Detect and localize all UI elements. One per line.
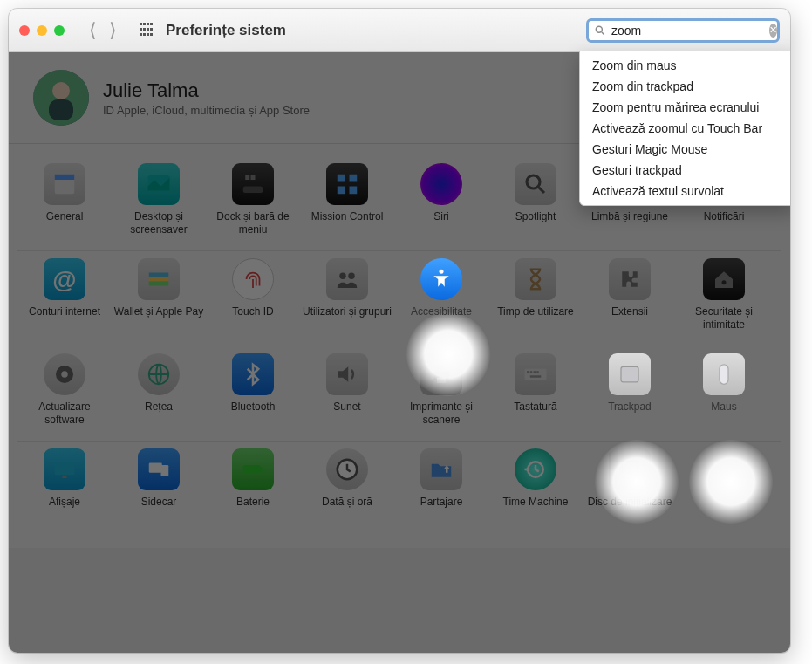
svg-rect-31	[437, 366, 446, 371]
suggestion-item[interactable]: Activează textul survolat	[580, 181, 790, 202]
svg-rect-35	[530, 371, 533, 373]
pref-sharing[interactable]: Partajare	[394, 448, 488, 522]
system-preferences-window: ⟨ ⟩ Preferințe sistem ✕ Zoom din maus Zo…	[9, 9, 790, 653]
pref-extensions[interactable]: Extensii	[583, 258, 677, 332]
window-title: Preferințe sistem	[166, 22, 286, 39]
pref-touch-id[interactable]: Touch ID	[206, 258, 300, 332]
globe-icon	[138, 353, 180, 395]
pref-sidecar[interactable]: Sidecar	[112, 448, 206, 522]
mouse-icon	[703, 353, 745, 395]
pref-battery[interactable]: Baterie	[206, 448, 300, 522]
search-input[interactable]	[611, 24, 764, 38]
svg-point-15	[527, 175, 540, 188]
pref-mouse[interactable]: Maus	[677, 353, 771, 427]
pref-dock-menubar[interactable]: Dock și bară de meniu	[206, 163, 300, 236]
pref-trackpad[interactable]: Trackpad	[583, 353, 677, 427]
clear-search-button[interactable]: ✕	[769, 24, 777, 38]
pref-internet-accounts[interactable]: @ Conturi internet	[17, 258, 112, 332]
svg-point-23	[339, 273, 346, 280]
suggestion-item[interactable]: Activează zoomul cu Touch Bar	[580, 118, 790, 139]
display-icon	[44, 448, 85, 490]
svg-rect-46	[261, 468, 263, 472]
svg-point-3	[52, 82, 70, 99]
mission-control-icon	[326, 163, 368, 205]
pref-startup-disk[interactable]: Disc de inițializare	[583, 448, 677, 522]
suggestion-item[interactable]: Zoom pentru mărirea ecranului	[580, 97, 790, 118]
svg-point-26	[722, 280, 727, 284]
svg-rect-41	[55, 462, 75, 475]
svg-rect-38	[530, 375, 542, 378]
pref-users-groups[interactable]: Utilizatori și grupuri	[300, 258, 394, 332]
pref-desktop-screensaver[interactable]: Desktop și screensaver	[112, 163, 206, 236]
svg-rect-37	[536, 371, 539, 373]
siri-icon	[420, 163, 462, 205]
spotlight-icon	[515, 163, 556, 205]
suggestion-item[interactable]: Zoom din maus	[580, 55, 790, 76]
svg-rect-45	[243, 465, 261, 474]
desktop-icon	[138, 163, 180, 205]
time-machine-icon	[515, 448, 556, 490]
pref-printers-scanners[interactable]: Imprimante și scanere	[394, 353, 488, 427]
fingerprint-icon	[232, 258, 274, 300]
printer-icon	[420, 353, 462, 395]
back-button[interactable]: ⟨	[89, 19, 97, 42]
avatar	[33, 70, 89, 126]
pref-wallet-applepay[interactable]: Wallet și Apple Pay	[112, 258, 206, 332]
battery-icon	[232, 448, 274, 490]
svg-rect-13	[338, 187, 345, 195]
dock-icon	[232, 163, 274, 205]
profile-subtitle: ID Apple, iCloud, multimedia și App Stor…	[103, 104, 310, 117]
pref-general[interactable]: General	[17, 163, 112, 236]
pref-network[interactable]: Rețea	[112, 353, 206, 427]
trackpad-icon	[609, 353, 651, 395]
svg-rect-8	[243, 187, 263, 194]
pref-security-privacy[interactable]: Securitate și intimitate	[677, 258, 771, 332]
disk-icon	[609, 448, 651, 490]
pref-time-machine[interactable]: Time Machine	[488, 448, 583, 522]
svg-rect-21	[149, 277, 169, 282]
pref-software-update[interactable]: Actualizare software	[17, 353, 112, 427]
close-window-button[interactable]	[19, 25, 30, 36]
gear-icon	[44, 353, 85, 395]
zoom-window-button[interactable]	[54, 25, 65, 36]
show-all-button[interactable]	[140, 23, 155, 38]
svg-point-24	[348, 273, 355, 280]
minimize-window-button[interactable]	[37, 25, 47, 36]
search-icon	[594, 24, 606, 37]
svg-rect-43	[149, 463, 162, 473]
svg-line-16	[539, 188, 544, 193]
pref-keyboard[interactable]: Tastatură	[488, 353, 583, 427]
pref-sound[interactable]: Sunet	[300, 353, 394, 427]
pref-mission-control[interactable]: Mission Control	[300, 163, 394, 236]
svg-rect-32	[437, 378, 446, 383]
suggestion-item[interactable]: Gesturi trackpad	[580, 160, 790, 181]
suggestion-item[interactable]: Zoom din trackpad	[580, 76, 790, 97]
at-icon: @	[44, 258, 85, 300]
svg-rect-12	[350, 175, 358, 182]
users-icon	[326, 258, 368, 300]
svg-rect-10	[251, 175, 256, 180]
speaker-icon	[326, 353, 368, 395]
pref-siri[interactable]: Siri	[394, 163, 488, 236]
pref-bluetooth[interactable]: Bluetooth	[206, 353, 300, 427]
search-field[interactable]: ✕	[586, 18, 780, 43]
titlebar: ⟨ ⟩ Preferințe sistem ✕	[9, 9, 790, 52]
window-controls	[19, 25, 65, 36]
pref-date-time[interactable]: Dată și oră	[300, 448, 394, 522]
pref-accessibility[interactable]: Accesibilitate	[394, 258, 488, 332]
svg-rect-40	[720, 365, 728, 385]
svg-rect-20	[149, 273, 169, 277]
forward-button[interactable]: ⟩	[109, 19, 117, 42]
sidecar-icon	[138, 448, 180, 490]
svg-rect-36	[534, 371, 536, 373]
pref-screen-time[interactable]: Timp de utilizare	[488, 258, 583, 332]
svg-rect-11	[338, 175, 345, 182]
svg-line-1	[602, 31, 604, 34]
suggestion-item[interactable]: Gesturi Magic Mouse	[580, 139, 790, 160]
svg-rect-14	[350, 187, 358, 195]
pref-displays[interactable]: Afișaje	[17, 448, 112, 522]
pref-spotlight[interactable]: Spotlight	[488, 163, 583, 236]
svg-rect-42	[63, 476, 67, 479]
search-suggestions: Zoom din maus Zoom din trackpad Zoom pen…	[579, 51, 790, 206]
svg-point-50	[626, 469, 633, 476]
